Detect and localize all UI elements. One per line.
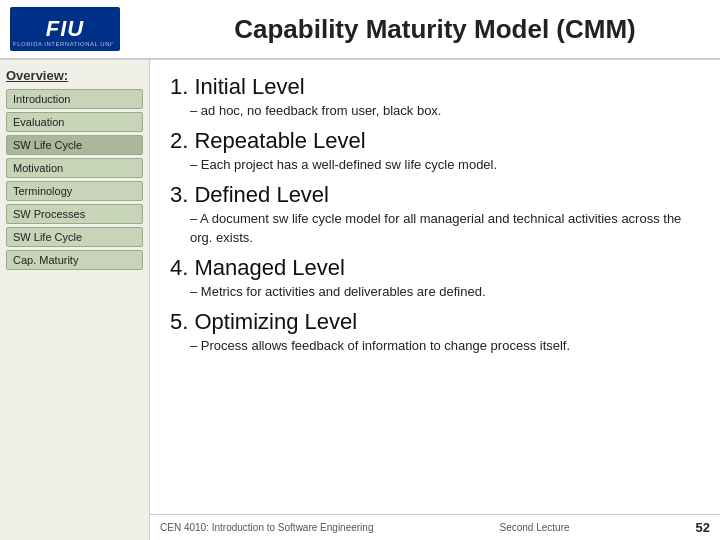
level-heading-4: 4. Managed Level (170, 255, 700, 281)
level-heading-5: 5. Optimizing Level (170, 309, 700, 335)
level-heading-2: 2. Repeatable Level (170, 128, 700, 154)
footer-lecture: Second Lecture (499, 522, 569, 533)
level-desc-2: – Each project has a well-defined sw lif… (190, 156, 700, 174)
level-desc-3: – A document sw life cycle model for all… (190, 210, 700, 246)
sidebar-item-sw-life-cycle[interactable]: SW Life Cycle (6, 135, 143, 155)
overview-label: Overview: (6, 68, 143, 83)
sidebar-item-terminology[interactable]: Terminology (6, 181, 143, 201)
main-layout: Overview: IntroductionEvaluationSW Life … (0, 60, 720, 540)
sidebar-item-sw-processes[interactable]: SW Processes (6, 204, 143, 224)
header: FIU FLORIDA INTERNATIONAL UNIVERSITY Cap… (0, 0, 720, 60)
footer-course: CEN 4010: Introduction to Software Engin… (160, 522, 373, 533)
logo-university-text: FLORIDA INTERNATIONAL UNIVERSITY (13, 41, 113, 48)
page-title: Capability Maturity Model (CMM) (160, 14, 710, 45)
sidebar: Overview: IntroductionEvaluationSW Life … (0, 60, 150, 540)
page-number: 52 (696, 520, 710, 535)
sidebar-item-introduction[interactable]: Introduction (6, 89, 143, 109)
sidebar-item-cap-maturity[interactable]: Cap. Maturity (6, 250, 143, 270)
logo-fiu-text: FIU (46, 16, 84, 42)
level-desc-1: – ad hoc, no feedback from user, black b… (190, 102, 700, 120)
logo-area: FIU FLORIDA INTERNATIONAL UNIVERSITY (10, 7, 160, 51)
sidebar-item-motivation[interactable]: Motivation (6, 158, 143, 178)
level-heading-1: 1. Initial Level (170, 74, 700, 100)
level-heading-3: 3. Defined Level (170, 182, 700, 208)
level-desc-5: – Process allows feedback of information… (190, 337, 700, 355)
logo-box: FIU FLORIDA INTERNATIONAL UNIVERSITY (10, 7, 120, 51)
content-area: 1. Initial Level– ad hoc, no feedback fr… (150, 60, 720, 540)
level-desc-4: – Metrics for activities and deliverable… (190, 283, 700, 301)
sidebar-item-sw-life-cycle-2[interactable]: SW Life Cycle (6, 227, 143, 247)
footer: CEN 4010: Introduction to Software Engin… (150, 514, 720, 540)
sidebar-item-evaluation[interactable]: Evaluation (6, 112, 143, 132)
